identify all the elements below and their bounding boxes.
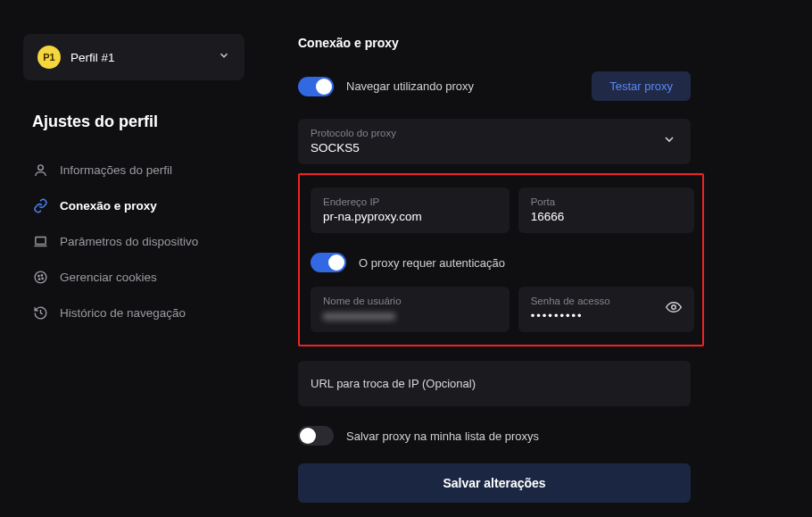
profile-name: Perfil #1 bbox=[70, 51, 115, 64]
svg-point-4 bbox=[37, 275, 38, 276]
profile-badge: P1 bbox=[37, 46, 61, 69]
section-title: Ajustes do perfil bbox=[32, 113, 259, 131]
sidebar-item-manage-cookies[interactable]: Gerenciar cookies bbox=[23, 260, 259, 294]
protocol-label: Protocolo do proxy bbox=[311, 128, 396, 138]
cookie-icon bbox=[32, 269, 48, 285]
sidebar-item-label: Gerenciar cookies bbox=[60, 271, 157, 284]
toggle-save-proxy-list[interactable] bbox=[298, 426, 334, 446]
username-value: xxxxxxxxxxxx bbox=[323, 309, 497, 322]
protocol-select[interactable]: Protocolo do proxy SOCKS5 bbox=[298, 119, 691, 164]
toggle-label: Navegar utilizando proxy bbox=[346, 79, 474, 93]
sidebar-item-label: Parâmetros do dispositivo bbox=[60, 235, 198, 248]
link-icon bbox=[32, 197, 48, 213]
svg-point-0 bbox=[37, 164, 43, 170]
ip-label: Endereço IP bbox=[323, 196, 497, 207]
sidebar-item-history[interactable]: Histórico de navegação bbox=[23, 296, 259, 329]
chevron-down-icon bbox=[662, 132, 676, 150]
svg-point-7 bbox=[41, 278, 42, 279]
port-label: Porta bbox=[531, 196, 682, 207]
chevron-down-icon bbox=[218, 49, 230, 65]
sidebar-item-label: Conexão e proxy bbox=[60, 199, 157, 213]
history-icon bbox=[32, 304, 48, 321]
username-field[interactable]: Nome de usuário xxxxxxxxxxxx bbox=[311, 287, 510, 332]
eye-icon[interactable] bbox=[666, 299, 682, 319]
protocol-value: SOCKS5 bbox=[311, 141, 396, 154]
password-label: Senha de acesso bbox=[531, 296, 610, 306]
laptop-icon bbox=[32, 233, 48, 249]
sidebar-item-label: Histórico de navegação bbox=[60, 306, 186, 320]
port-value: 16666 bbox=[531, 210, 682, 223]
save-changes-button[interactable]: Salvar alterações bbox=[298, 463, 691, 503]
profile-selector[interactable]: P1 Perfil #1 bbox=[23, 34, 244, 80]
toggle-label: O proxy requer autenticação bbox=[359, 256, 505, 270]
page-title: Conexão e proxy bbox=[298, 36, 785, 50]
port-field[interactable]: Porta 16666 bbox=[518, 188, 694, 233]
sidebar-item-device-params[interactable]: Parâmetros do dispositivo bbox=[23, 224, 259, 258]
ip-change-url-input[interactable]: URL para troca de IP (Opcional) bbox=[298, 361, 691, 406]
toggle-browse-via-proxy[interactable] bbox=[298, 77, 334, 96]
toggle-label: Salvar proxy na minha lista de proxys bbox=[346, 429, 539, 443]
svg-point-6 bbox=[38, 278, 39, 279]
password-value: ••••••••• bbox=[531, 309, 610, 322]
sidebar-item-profile-info[interactable]: Informações do perfil bbox=[23, 153, 259, 187]
highlight-box: Endereço IP pr-na.pyproxy.com Porta 1666… bbox=[298, 173, 704, 346]
ip-value: pr-na.pyproxy.com bbox=[323, 210, 497, 223]
svg-point-3 bbox=[35, 271, 46, 283]
password-field[interactable]: Senha de acesso ••••••••• bbox=[518, 287, 694, 332]
test-proxy-button[interactable]: Testar proxy bbox=[592, 71, 691, 101]
svg-rect-1 bbox=[35, 237, 45, 244]
sidebar-item-label: Informações do perfil bbox=[60, 163, 172, 177]
svg-point-8 bbox=[672, 305, 676, 310]
svg-point-5 bbox=[41, 274, 42, 275]
user-icon bbox=[32, 162, 48, 178]
toggle-proxy-auth[interactable] bbox=[311, 253, 346, 272]
ip-field[interactable]: Endereço IP pr-na.pyproxy.com bbox=[311, 188, 510, 233]
username-label: Nome de usuário bbox=[323, 296, 497, 306]
sidebar-item-connection-proxy[interactable]: Conexão e proxy bbox=[23, 188, 259, 222]
